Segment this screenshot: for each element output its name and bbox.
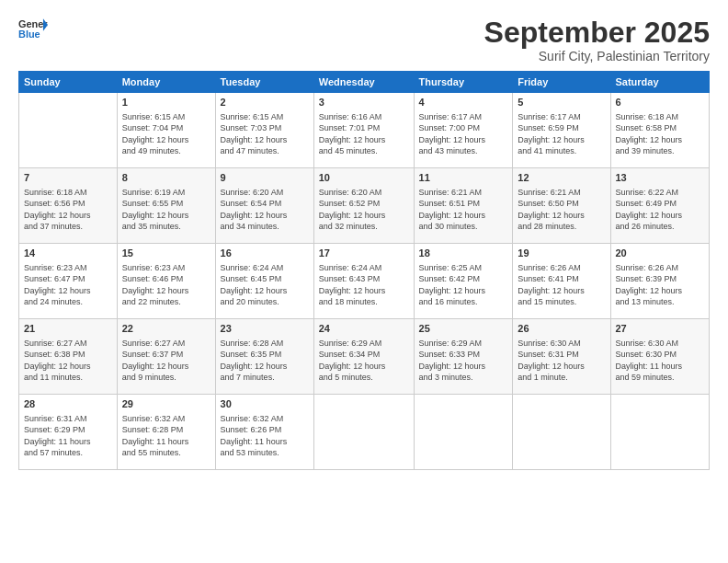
day-info: Sunrise: 6:27 AM Sunset: 6:37 PM Dayligh… <box>122 338 210 384</box>
day-info: Sunrise: 6:26 AM Sunset: 6:41 PM Dayligh… <box>518 262 605 308</box>
day-info: Sunrise: 6:21 AM Sunset: 6:51 PM Dayligh… <box>419 187 508 233</box>
day-number: 17 <box>319 247 409 260</box>
day-number: 12 <box>518 171 605 185</box>
calendar-cell: 13Sunrise: 6:22 AM Sunset: 6:49 PM Dayli… <box>610 168 710 244</box>
day-number: 1 <box>122 96 210 109</box>
day-info: Sunrise: 6:24 AM Sunset: 6:43 PM Dayligh… <box>319 262 409 308</box>
day-number: 24 <box>319 322 409 336</box>
calendar-cell: 6Sunrise: 6:18 AM Sunset: 6:58 PM Daylig… <box>610 93 710 168</box>
day-number: 2 <box>221 96 309 109</box>
header-day: Friday <box>513 72 610 93</box>
calendar-cell: 11Sunrise: 6:21 AM Sunset: 6:51 PM Dayli… <box>414 168 513 244</box>
calendar-cell: 1Sunrise: 6:15 AM Sunset: 7:04 PM Daylig… <box>117 93 215 168</box>
day-number: 16 <box>221 247 309 260</box>
day-number: 3 <box>319 96 409 109</box>
calendar-cell: 17Sunrise: 6:24 AM Sunset: 6:43 PM Dayli… <box>313 244 414 319</box>
day-info: Sunrise: 6:23 AM Sunset: 6:46 PM Dayligh… <box>122 262 210 308</box>
day-number: 6 <box>616 96 705 109</box>
calendar-week-row: 1Sunrise: 6:15 AM Sunset: 7:04 PM Daylig… <box>19 93 710 168</box>
calendar-cell: 30Sunrise: 6:32 AM Sunset: 6:26 PM Dayli… <box>215 395 313 470</box>
day-info: Sunrise: 6:30 AM Sunset: 6:30 PM Dayligh… <box>616 338 705 384</box>
month-title: September 2025 <box>484 17 710 49</box>
header-day: Monday <box>117 72 215 93</box>
calendar-cell: 29Sunrise: 6:32 AM Sunset: 6:28 PM Dayli… <box>117 395 215 470</box>
calendar-cell <box>610 395 710 470</box>
day-number: 28 <box>24 397 112 411</box>
day-info: Sunrise: 6:15 AM Sunset: 7:03 PM Dayligh… <box>221 111 309 157</box>
day-number: 18 <box>419 247 508 260</box>
day-number: 22 <box>122 322 210 336</box>
day-info: Sunrise: 6:19 AM Sunset: 6:55 PM Dayligh… <box>122 187 210 233</box>
day-number: 21 <box>24 322 112 336</box>
calendar-cell: 26Sunrise: 6:30 AM Sunset: 6:31 PM Dayli… <box>513 319 610 395</box>
day-info: Sunrise: 6:29 AM Sunset: 6:33 PM Dayligh… <box>419 338 508 384</box>
calendar-cell: 24Sunrise: 6:29 AM Sunset: 6:34 PM Dayli… <box>313 319 414 395</box>
calendar-week-row: 14Sunrise: 6:23 AM Sunset: 6:47 PM Dayli… <box>19 244 710 319</box>
day-info: Sunrise: 6:20 AM Sunset: 6:54 PM Dayligh… <box>221 187 309 233</box>
calendar-cell: 19Sunrise: 6:26 AM Sunset: 6:41 PM Dayli… <box>513 244 610 319</box>
header-day: Saturday <box>610 72 710 93</box>
title-block: September 2025 Surif City, Palestinian T… <box>484 17 710 63</box>
calendar-week-row: 28Sunrise: 6:31 AM Sunset: 6:29 PM Dayli… <box>19 395 710 470</box>
day-info: Sunrise: 6:22 AM Sunset: 6:49 PM Dayligh… <box>616 187 705 233</box>
day-number: 15 <box>122 247 210 260</box>
day-info: Sunrise: 6:25 AM Sunset: 6:42 PM Dayligh… <box>419 262 508 308</box>
day-info: Sunrise: 6:26 AM Sunset: 6:39 PM Dayligh… <box>616 262 705 308</box>
day-number: 4 <box>419 96 508 109</box>
logo-icon: General Blue <box>18 17 48 42</box>
day-info: Sunrise: 6:20 AM Sunset: 6:52 PM Dayligh… <box>319 187 409 233</box>
day-number: 30 <box>221 397 309 411</box>
calendar-cell <box>414 395 513 470</box>
day-number: 9 <box>221 171 309 185</box>
header-day: Tuesday <box>215 72 313 93</box>
day-number: 8 <box>122 171 210 185</box>
calendar-cell: 21Sunrise: 6:27 AM Sunset: 6:38 PM Dayli… <box>19 319 118 395</box>
calendar-cell: 3Sunrise: 6:16 AM Sunset: 7:01 PM Daylig… <box>313 93 414 168</box>
svg-text:Blue: Blue <box>18 29 40 40</box>
day-info: Sunrise: 6:24 AM Sunset: 6:45 PM Dayligh… <box>221 262 309 308</box>
day-info: Sunrise: 6:30 AM Sunset: 6:31 PM Dayligh… <box>518 338 605 384</box>
calendar-cell: 2Sunrise: 6:15 AM Sunset: 7:03 PM Daylig… <box>215 93 313 168</box>
calendar-cell: 5Sunrise: 6:17 AM Sunset: 6:59 PM Daylig… <box>513 93 610 168</box>
day-info: Sunrise: 6:32 AM Sunset: 6:26 PM Dayligh… <box>221 413 309 459</box>
header-day: Sunday <box>19 72 118 93</box>
day-number: 10 <box>319 171 409 185</box>
day-number: 27 <box>616 322 705 336</box>
day-number: 14 <box>24 247 112 260</box>
day-number: 25 <box>419 322 508 336</box>
day-info: Sunrise: 6:28 AM Sunset: 6:35 PM Dayligh… <box>221 338 309 384</box>
day-number: 29 <box>122 397 210 411</box>
day-number: 19 <box>518 247 605 260</box>
calendar-cell: 8Sunrise: 6:19 AM Sunset: 6:55 PM Daylig… <box>117 168 215 244</box>
calendar-cell: 27Sunrise: 6:30 AM Sunset: 6:30 PM Dayli… <box>610 319 710 395</box>
calendar-cell <box>513 395 610 470</box>
calendar-table: SundayMondayTuesdayWednesdayThursdayFrid… <box>18 71 710 470</box>
calendar-cell: 12Sunrise: 6:21 AM Sunset: 6:50 PM Dayli… <box>513 168 610 244</box>
page-header: General Blue September 2025 Surif City, … <box>18 17 710 63</box>
calendar-week-row: 7Sunrise: 6:18 AM Sunset: 6:56 PM Daylig… <box>19 168 710 244</box>
calendar-cell <box>19 93 118 168</box>
day-info: Sunrise: 6:31 AM Sunset: 6:29 PM Dayligh… <box>24 413 112 459</box>
calendar-cell: 4Sunrise: 6:17 AM Sunset: 7:00 PM Daylig… <box>414 93 513 168</box>
day-info: Sunrise: 6:15 AM Sunset: 7:04 PM Dayligh… <box>122 111 210 157</box>
day-info: Sunrise: 6:21 AM Sunset: 6:50 PM Dayligh… <box>518 187 605 233</box>
day-number: 11 <box>419 171 508 185</box>
calendar-cell: 22Sunrise: 6:27 AM Sunset: 6:37 PM Dayli… <box>117 319 215 395</box>
calendar-cell: 16Sunrise: 6:24 AM Sunset: 6:45 PM Dayli… <box>215 244 313 319</box>
day-info: Sunrise: 6:18 AM Sunset: 6:56 PM Dayligh… <box>24 187 112 233</box>
calendar-cell: 23Sunrise: 6:28 AM Sunset: 6:35 PM Dayli… <box>215 319 313 395</box>
day-info: Sunrise: 6:18 AM Sunset: 6:58 PM Dayligh… <box>616 111 705 157</box>
calendar-cell: 18Sunrise: 6:25 AM Sunset: 6:42 PM Dayli… <box>414 244 513 319</box>
logo: General Blue <box>18 17 48 42</box>
calendar-cell: 14Sunrise: 6:23 AM Sunset: 6:47 PM Dayli… <box>19 244 118 319</box>
header-day: Wednesday <box>313 72 414 93</box>
calendar-cell: 25Sunrise: 6:29 AM Sunset: 6:33 PM Dayli… <box>414 319 513 395</box>
day-number: 7 <box>24 171 112 185</box>
day-info: Sunrise: 6:17 AM Sunset: 6:59 PM Dayligh… <box>518 111 605 157</box>
location-subtitle: Surif City, Palestinian Territory <box>484 49 710 63</box>
calendar-cell: 9Sunrise: 6:20 AM Sunset: 6:54 PM Daylig… <box>215 168 313 244</box>
day-info: Sunrise: 6:32 AM Sunset: 6:28 PM Dayligh… <box>122 413 210 459</box>
day-info: Sunrise: 6:27 AM Sunset: 6:38 PM Dayligh… <box>24 338 112 384</box>
day-number: 5 <box>518 96 605 109</box>
day-number: 13 <box>616 171 705 185</box>
